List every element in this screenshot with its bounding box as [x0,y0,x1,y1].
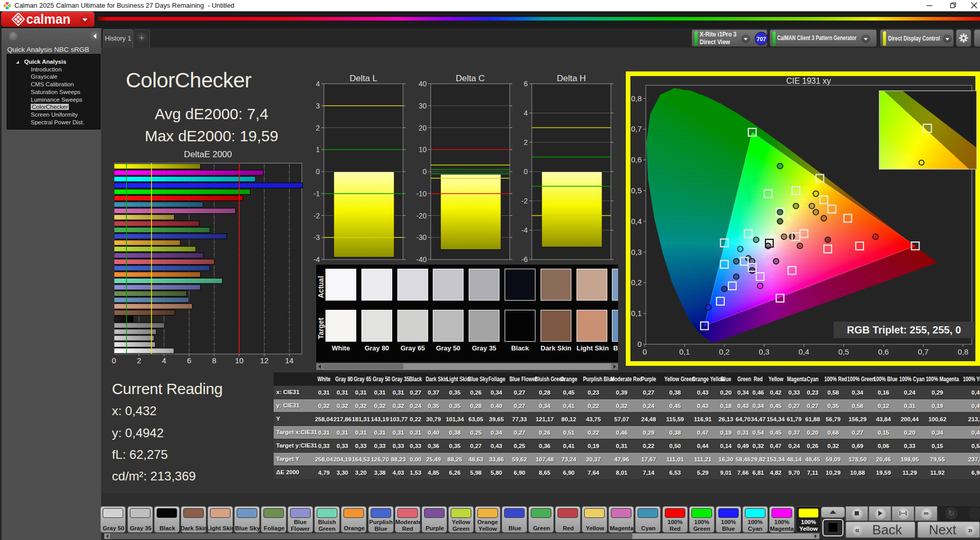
svg-text:2: 2 [524,138,528,146]
svg-text:4: 4 [524,109,528,117]
svg-text:∞: ∞ [924,509,928,517]
svg-text:-2: -2 [522,197,528,205]
svg-text:10: 10 [235,356,244,365]
svg-text:-3: -3 [314,233,320,241]
svg-text:0: 0 [524,167,528,176]
svg-text:-4: -4 [522,226,528,234]
svg-text:-30: -30 [416,233,427,241]
svg-text:40: 40 [418,80,427,88]
svg-text:4: 4 [316,80,320,88]
svg-text:-6: -6 [522,255,528,264]
svg-text:-4: -4 [314,255,320,264]
svg-text:Delta H: Delta H [557,73,586,83]
svg-text:6: 6 [524,80,528,88]
svg-text:14: 14 [285,356,294,365]
svg-text:20: 20 [418,124,427,132]
svg-text:30: 30 [418,102,427,110]
svg-text:Delta C: Delta C [456,73,485,83]
svg-text:2: 2 [137,356,141,365]
svg-text:0: 0 [112,356,116,365]
svg-text:0: 0 [316,167,320,176]
svg-text:4: 4 [162,356,166,365]
svg-text:1: 1 [316,145,320,154]
svg-text:DeltaE 2000: DeltaE 2000 [184,150,232,159]
svg-text:10: 10 [418,145,427,154]
svg-text:Delta L: Delta L [350,73,377,83]
svg-text:2: 2 [316,124,320,132]
svg-text:-20: -20 [416,212,427,220]
svg-text:0: 0 [422,167,427,176]
svg-text:-10: -10 [416,190,427,198]
svg-text:6: 6 [187,356,191,365]
svg-text:12: 12 [260,356,268,365]
svg-text:-40: -40 [416,255,427,264]
svg-text:3: 3 [316,102,320,110]
svg-text:-1: -1 [314,190,320,198]
svg-text:-2: -2 [314,212,320,220]
svg-text:8: 8 [212,356,216,365]
